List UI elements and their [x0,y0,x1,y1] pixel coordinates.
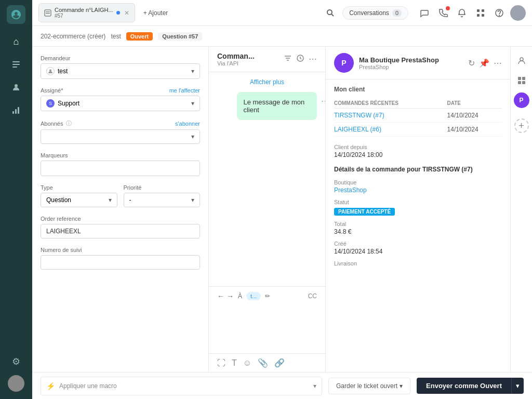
search-button[interactable] [323,5,338,21]
svg-rect-22 [522,77,525,80]
link-icon[interactable]: 🔗 [274,358,285,368]
main-area: Commande n°LAIGH... #57 ✕ + Ajouter Conv… [32,0,532,399]
tickets-nav-icon[interactable] [7,55,25,74]
attach-icon[interactable]: 📎 [258,358,268,368]
assigne-avatar: S [46,99,55,108]
demandeur-select[interactable]: test ▾ [41,63,200,79]
keep-open-button[interactable]: Garder le ticket ouvert ▾ [328,378,410,394]
order-date: 14/10/2024 [447,109,502,123]
expand-icon[interactable]: ⛶ [217,358,225,368]
active-tab[interactable]: Commande n°LAIGH... #57 ✕ [38,3,135,22]
shop-info: Ma Boutique PrestaShop PrestaShop [359,56,439,70]
top-action-icons [417,5,526,21]
top-bar: Commande n°LAIGH... #57 ✕ + Ajouter Conv… [32,0,532,26]
user-avatar-top[interactable] [510,5,526,21]
tab-close-button[interactable]: ✕ [124,9,129,17]
demandeur-dropdown-icon: ▾ [191,68,194,75]
edit-recipient-icon[interactable]: ✏ [265,292,270,300]
right-panel-action-icons: ↻ 📌 ⋯ [468,58,502,68]
breadcrumb-test[interactable]: test [111,33,121,40]
reports-nav-icon[interactable] [7,101,25,119]
conversations-button[interactable]: Conversations 0 [342,6,408,20]
tab-modified-dot [116,11,120,15]
marqueurs-input[interactable] [41,161,200,176]
breadcrumb-ecommerce[interactable]: 202-ecommerce (créer) [41,33,105,40]
abonnes-field: Abonnés ⓘ s'abonner ▾ [41,119,200,144]
svg-rect-5 [15,109,17,114]
orders-table: COMMANDES RÉCENTES DATE TIRSSTNGW (#7) 1… [334,98,502,137]
cc-label[interactable]: CC [308,292,317,300]
more-icon[interactable]: ⋯ [494,58,502,68]
priorite-dropdown-icon: ▾ [191,196,194,204]
more-options-icon[interactable]: ⋯ [309,54,317,64]
orders-col2-header: DATE [447,98,502,109]
user-avatar-nav[interactable] [8,375,24,392]
macro-placeholder-text[interactable]: Appliquer une macro [59,382,313,390]
reply-area: ← → À t... ✏ CC [209,286,325,353]
macro-dropdown-icon[interactable]: ▾ [313,382,316,390]
phone-icon[interactable] [435,5,451,21]
bottom-bar: ⚡ Appliquer une macro ▾ Garder le ticket… [32,372,532,399]
svg-rect-14 [477,14,480,17]
conv-title-area: Comman... Via l'API [217,52,255,66]
settings-nav-icon[interactable]: ⚙ [7,352,25,371]
svg-line-11 [331,14,334,16]
emoji-icon[interactable]: ☺ [243,358,251,368]
pin-icon[interactable]: 📌 [479,58,489,68]
reply-forward-icon[interactable]: → [227,292,234,300]
right-panel: P Ma Boutique PrestaShop PrestaShop ↻ 📌 … [326,47,510,372]
svg-rect-21 [518,77,521,80]
help-icon[interactable] [491,5,507,21]
reply-recipient[interactable]: t... [246,292,261,300]
show-more-button[interactable]: Afficher plus [217,78,317,86]
home-nav-icon[interactable]: ⌂ [7,32,25,51]
apps-icon[interactable] [473,5,488,21]
bell-icon[interactable] [454,5,470,21]
svg-rect-8 [46,11,50,12]
history-icon[interactable] [296,54,304,64]
abonnes-action[interactable]: s'abonner [175,121,200,127]
order-row: TIRSSTNGW (#7) 14/10/2024 [334,109,502,123]
message-more-icon[interactable]: ⋯ [321,96,325,106]
app-logo[interactable] [7,5,25,24]
users-nav-icon[interactable] [7,78,25,97]
conversation-messages: Afficher plus Le message de mon client ⋯ [209,72,325,286]
filter-icon[interactable] [284,54,292,64]
order-ref-field: Order reference [41,216,200,238]
svg-rect-9 [46,13,50,14]
svg-point-10 [327,10,332,15]
order-id-link[interactable]: LAIGHEEXL (#6) [334,126,381,133]
add-tab-button[interactable]: + Ajouter [139,7,172,19]
abonnes-select[interactable]: ▾ [41,129,200,144]
chat-icon[interactable] [417,5,432,21]
order-id-link[interactable]: TIRSSTNGW (#7) [334,112,384,119]
reply-back-icon[interactable]: ← [217,292,224,300]
priorite-select[interactable]: - ▾ [124,193,201,207]
assigne-select[interactable]: S Support ▾ [41,96,200,111]
reply-input[interactable] [217,304,317,346]
purple-shop-icon[interactable]: P [514,92,529,108]
person-side-icon[interactable] [514,53,529,69]
content-area: Demandeur test ▾ Assigné* me l'affect [32,47,532,372]
assigne-action[interactable]: me l'affecter [169,87,200,94]
demandeur-value: test [58,68,68,75]
conversations-count: 0 [392,9,402,17]
send-button[interactable]: Envoyer comme Ouvert [417,378,511,394]
right-panel-body: Mon client COMMANDES RÉCENTES DATE TIRSS… [326,79,510,372]
text-format-icon[interactable]: T [232,358,237,368]
svg-point-18 [49,70,51,72]
type-select[interactable]: Question ▾ [41,193,117,207]
boutique-link[interactable]: PrestaShop [334,187,502,194]
assigne-dropdown-icon: ▾ [191,100,194,107]
order-ref-input[interactable] [41,224,200,238]
add-integration-button[interactable]: + [514,118,529,133]
order-details-title: Détails de la commande pour TIRSSTNGW (#… [334,166,502,173]
refresh-icon[interactable]: ↻ [468,58,475,68]
send-dropdown-button[interactable]: ▾ [511,378,524,394]
numero-suivi-input[interactable] [41,255,200,270]
ticket-fields-panel: Demandeur test ▾ Assigné* me l'affect [32,47,209,372]
livraison-detail: Livraison [334,260,502,267]
conv-action-icons: ⋯ [284,54,317,64]
svg-rect-4 [12,111,14,114]
grid-side-icon[interactable] [514,73,529,88]
